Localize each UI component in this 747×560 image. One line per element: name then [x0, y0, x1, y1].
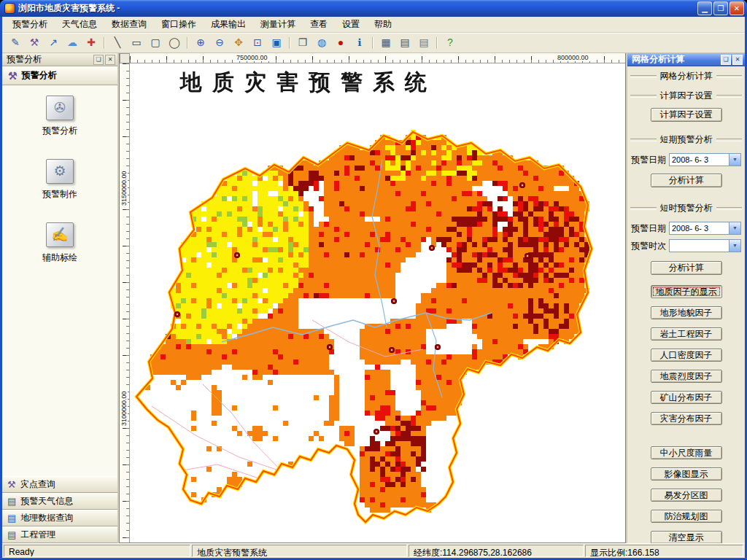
map-view[interactable]: 地质灾害预警系统 — [130, 63, 625, 542]
menu-item[interactable]: 数据查询 — [104, 16, 154, 33]
panel-section-bar[interactable]: ▤ 预警天气信息 — [2, 493, 117, 510]
factor-setup-button[interactable]: 计算因子设置 — [651, 108, 722, 122]
factor-button[interactable]: 灾害分布因子 — [651, 412, 722, 425]
window-title: 浏阳市地质灾害预警系统 - — [18, 2, 697, 15]
tool-item[interactable]: ✇ 预警分析 — [42, 96, 77, 137]
right-panel-titlebar: 网格分析计算 ❏ ✕ — [627, 53, 745, 66]
right-panel-title: 网格分析计算 — [632, 53, 719, 66]
window-control-button[interactable]: ✕ — [729, 1, 744, 15]
panel-pin-icon[interactable]: ❏ — [721, 55, 731, 65]
short-time-date-row: 预警日期 2008- 6- 3 ▼ — [627, 222, 745, 235]
ruler-corner — [120, 53, 130, 63]
menu-item[interactable]: 测量计算 — [253, 16, 303, 33]
panel-section-bar[interactable]: ▤ 地理数据查询 — [2, 510, 117, 526]
display-button[interactable]: 中小尺度雨量 — [651, 446, 722, 459]
toolbar-button[interactable]: ◯ — [166, 34, 183, 51]
group-caption: 网格分析计算 — [627, 70, 745, 82]
risk-map-canvas[interactable] — [130, 63, 625, 542]
status-ready: Ready — [4, 545, 190, 557]
toolbar-button[interactable]: ⊖ — [211, 34, 228, 51]
toolbar-button[interactable]: ⊕ — [192, 34, 209, 51]
display-button[interactable]: 防治规划图 — [651, 510, 722, 523]
chevron-down-icon[interactable]: ▼ — [729, 222, 740, 234]
factor-setup-caption: 计算因子设置 — [627, 90, 745, 102]
left-panel-titlebar: 预警分析 ❏ ✕ — [2, 53, 117, 66]
menu-item[interactable]: 查看 — [303, 16, 335, 33]
menu-bar: 预警分析 天气信息 数据查询 窗口操作 成果输出 测量计算 查看 设置 帮助 — [2, 17, 745, 33]
short-term-analyze-button[interactable]: 分析计算 — [651, 174, 722, 187]
main-content: 预警分析 ❏ ✕ ⚒ 预警分析 ✇ 预警分析 — [2, 53, 745, 543]
panel-close-icon[interactable]: ✕ — [105, 55, 115, 65]
toolbar-button[interactable]: ▤ — [415, 34, 433, 51]
toolbar-button[interactable]: ☁ — [63, 34, 81, 51]
factor-button[interactable]: 矿山分布因子 — [651, 391, 722, 404]
short-time-date-combo[interactable]: 2008- 6- 3 ▼ — [669, 222, 741, 235]
toolbar-button[interactable]: ⊡ — [249, 34, 266, 51]
toolbar-button[interactable]: ▢ — [147, 34, 164, 51]
short-term-date-row: 预警日期 2008- 6- 3 ▼ — [627, 153, 745, 166]
section-bar-label: 地理数据查询 — [20, 512, 73, 524]
section-bar-icon: ▤ — [7, 513, 16, 524]
grid-analysis-panel: 网格分析计算 ❏ ✕ 网格分析计算 计算因子设置 计算因子设置 短期预警分析 预… — [626, 53, 745, 543]
factor-button[interactable]: 岩土工程因子 — [651, 327, 722, 341]
short-time-analyze-button[interactable]: 分析计算 — [651, 261, 722, 275]
section-bar-icon: ⚒ — [7, 479, 16, 490]
short-time-times-combo[interactable]: ▼ — [669, 239, 741, 252]
left-panel-header: ⚒ 预警分析 — [2, 66, 117, 85]
toolbar-button[interactable]: ▣ — [268, 34, 285, 51]
section-bar-label: 工程管理 — [20, 529, 55, 541]
menu-item[interactable]: 窗口操作 — [154, 16, 204, 33]
status-scale: 显示比例:166.158 — [585, 545, 743, 557]
caption-label: 计算因子设置 — [660, 90, 713, 102]
tool-item[interactable]: ✍ 辅助标绘 — [42, 222, 77, 264]
menu-item[interactable]: 成果输出 — [204, 16, 253, 33]
menu-item[interactable]: 帮助 — [367, 16, 399, 33]
panel-section-bar[interactable]: ⚒ 灾点查询 — [2, 476, 117, 493]
toolbar-button[interactable]: ❐ — [294, 34, 311, 51]
toolbar-button[interactable]: ✎ — [7, 34, 24, 51]
factor-button[interactable]: 地质因子的显示 — [651, 285, 722, 298]
chevron-down-icon[interactable]: ▼ — [729, 240, 740, 252]
panel-pin-icon[interactable]: ❏ — [93, 55, 104, 65]
window-control-button[interactable]: ❐ — [713, 1, 728, 15]
app-body: 预警分析 天气信息 数据查询 窗口操作 成果输出 测量计算 查看 设置 帮助 ✎ — [2, 17, 745, 558]
status-coordinates: 经纬度:114.296875,28.162686 — [409, 545, 584, 557]
app-window: 浏阳市地质灾害预警系统 - ▁ ❐ ✕ 预警分析 天气信息 数据查询 窗口操作 … — [0, 0, 747, 560]
toolbar-button[interactable]: ◍ — [313, 34, 330, 51]
window-control-button[interactable]: ▁ — [697, 1, 712, 15]
toolbar-button[interactable]: ▭ — [128, 34, 145, 51]
group-caption-label: 网格分析计算 — [660, 70, 713, 82]
menu-item[interactable]: 设置 — [335, 16, 367, 33]
left-ruler-label: 3100000.00 — [120, 391, 128, 426]
toolbar-button[interactable]: ? — [441, 34, 459, 51]
factor-button[interactable]: 地形地貌因子 — [651, 306, 722, 319]
chevron-down-icon[interactable]: ▼ — [729, 154, 740, 166]
tool-item[interactable]: ⚙ 预警制作 — [42, 159, 77, 201]
display-button[interactable]: 易发分区图 — [651, 489, 722, 502]
toolbar-button[interactable]: ✥ — [230, 34, 247, 51]
warning-analysis-panel: 预警分析 ❏ ✕ ⚒ 预警分析 ✇ 预警分析 — [2, 53, 119, 543]
toolbar-button[interactable]: ╲ — [109, 34, 126, 51]
display-button[interactable]: 清空显示 — [651, 531, 722, 543]
toolbar-button[interactable]: ↗ — [44, 34, 62, 51]
factor-button[interactable]: 人口密度因子 — [651, 349, 722, 362]
factor-button-list: 地质因子的显示 地形地貌因子 岩土工程因子 人口密度因子 地震烈度因子 矿山分布… — [627, 285, 745, 433]
toolbar-button[interactable]: ⚒ — [26, 34, 43, 51]
panel-close-icon[interactable]: ✕ — [732, 55, 743, 65]
short-time-times-row: 预警时次 ▼ — [627, 239, 745, 252]
section-bar-label: 预警天气信息 — [20, 495, 73, 508]
app-icon — [4, 3, 15, 14]
panel-section-bar[interactable]: ▤ 工程管理 — [2, 526, 117, 543]
factor-button[interactable]: 地震烈度因子 — [651, 370, 722, 383]
short-term-date-combo[interactable]: 2008- 6- 3 ▼ — [669, 153, 741, 166]
toolbar-button[interactable]: ✚ — [82, 34, 100, 51]
toolbar-button[interactable]: ▦ — [377, 34, 395, 51]
toolbar-button[interactable]: ● — [332, 34, 349, 51]
menu-item[interactable]: 天气信息 — [55, 16, 104, 33]
menu-item[interactable]: 预警分析 — [5, 16, 55, 33]
display-button[interactable]: 影像图显示 — [651, 467, 722, 481]
left-panel-title: 预警分析 — [7, 53, 92, 66]
toolbar: ✎ ⚒ ↗ ☁ ✚ ╲ ▭ ▢ ◯ ⊕ ⊖ ✥ — [2, 33, 745, 53]
toolbar-button[interactable]: ▤ — [396, 34, 414, 51]
toolbar-button[interactable]: ℹ — [351, 34, 368, 51]
